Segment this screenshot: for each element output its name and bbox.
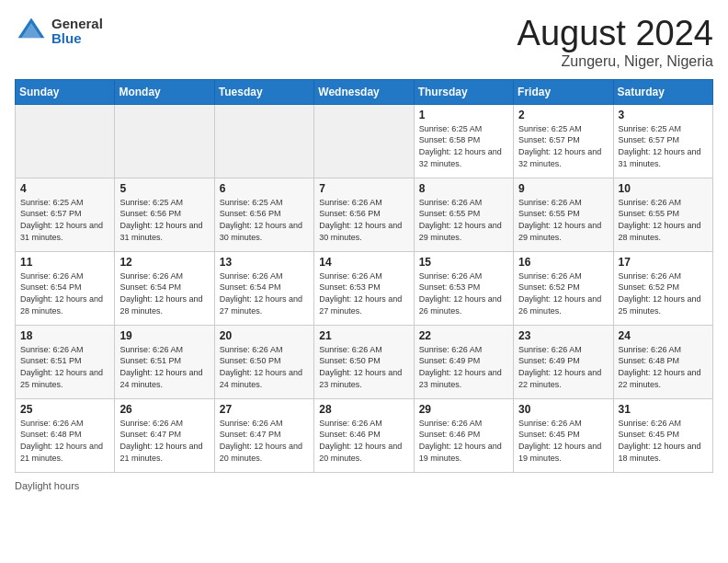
day-info: Sunrise: 6:26 AM Sunset: 6:46 PM Dayligh… (319, 418, 408, 464)
day-info: Sunrise: 6:26 AM Sunset: 6:45 PM Dayligh… (518, 418, 608, 464)
day-number: 9 (518, 182, 608, 195)
header-day-monday: Monday (115, 79, 214, 104)
day-number: 14 (319, 256, 408, 269)
day-info: Sunrise: 6:25 AM Sunset: 6:57 PM Dayligh… (20, 197, 109, 243)
day-info: Sunrise: 6:26 AM Sunset: 6:50 PM Dayligh… (319, 344, 408, 390)
day-info: Sunrise: 6:25 AM Sunset: 6:56 PM Dayligh… (119, 197, 209, 243)
calendar-body: 1Sunrise: 6:25 AM Sunset: 6:58 PM Daylig… (16, 104, 713, 472)
day-number: 23 (518, 329, 608, 342)
calendar-cell: 10Sunrise: 6:26 AM Sunset: 6:55 PM Dayli… (613, 178, 712, 251)
day-number: 21 (319, 329, 408, 342)
day-info: Sunrise: 6:26 AM Sunset: 6:54 PM Dayligh… (220, 270, 309, 316)
calendar-cell: 21Sunrise: 6:26 AM Sunset: 6:50 PM Dayli… (314, 325, 414, 398)
logo-general: General (51, 17, 103, 32)
calendar-cell: 14Sunrise: 6:26 AM Sunset: 6:53 PM Dayli… (314, 251, 414, 325)
header-day-tuesday: Tuesday (214, 79, 313, 104)
calendar-cell: 28Sunrise: 6:26 AM Sunset: 6:46 PM Dayli… (314, 398, 414, 472)
day-number: 10 (619, 182, 708, 195)
calendar-cell: 6Sunrise: 6:25 AM Sunset: 6:56 PM Daylig… (214, 178, 313, 251)
day-number: 27 (220, 403, 309, 416)
calendar-cell: 11Sunrise: 6:26 AM Sunset: 6:54 PM Dayli… (16, 251, 115, 325)
day-info: Sunrise: 6:26 AM Sunset: 6:49 PM Dayligh… (419, 344, 508, 390)
day-info: Sunrise: 6:26 AM Sunset: 6:55 PM Dayligh… (518, 197, 608, 243)
day-info: Sunrise: 6:25 AM Sunset: 6:56 PM Dayligh… (220, 197, 309, 243)
day-number: 25 (20, 403, 109, 416)
calendar-cell (115, 104, 214, 178)
day-info: Sunrise: 6:25 AM Sunset: 6:57 PM Dayligh… (518, 123, 608, 169)
day-info: Sunrise: 6:26 AM Sunset: 6:51 PM Dayligh… (20, 344, 109, 390)
calendar-cell: 25Sunrise: 6:26 AM Sunset: 6:48 PM Dayli… (16, 398, 115, 472)
calendar-cell: 2Sunrise: 6:25 AM Sunset: 6:57 PM Daylig… (514, 104, 613, 178)
day-info: Sunrise: 6:26 AM Sunset: 6:54 PM Dayligh… (20, 270, 109, 316)
day-info: Sunrise: 6:26 AM Sunset: 6:50 PM Dayligh… (220, 344, 309, 390)
day-number: 24 (619, 329, 708, 342)
calendar-cell: 31Sunrise: 6:26 AM Sunset: 6:45 PM Dayli… (613, 398, 712, 472)
day-number: 18 (20, 329, 109, 342)
day-info: Sunrise: 6:26 AM Sunset: 6:53 PM Dayligh… (419, 270, 508, 316)
day-info: Sunrise: 6:26 AM Sunset: 6:55 PM Dayligh… (619, 197, 708, 243)
day-info: Sunrise: 6:26 AM Sunset: 6:56 PM Dayligh… (319, 197, 408, 243)
header-day-friday: Friday (514, 79, 613, 104)
day-number: 31 (619, 403, 708, 416)
calendar-cell: 27Sunrise: 6:26 AM Sunset: 6:47 PM Dayli… (214, 398, 313, 472)
week-row-5: 25Sunrise: 6:26 AM Sunset: 6:48 PM Dayli… (16, 398, 713, 472)
day-number: 16 (518, 256, 608, 269)
header-day-sunday: Sunday (16, 79, 115, 104)
day-number: 28 (319, 403, 408, 416)
calendar-cell: 13Sunrise: 6:26 AM Sunset: 6:54 PM Dayli… (214, 251, 313, 325)
day-number: 15 (419, 256, 508, 269)
day-info: Sunrise: 6:26 AM Sunset: 6:51 PM Dayligh… (119, 344, 209, 390)
location-subtitle: Zungeru, Niger, Nigeria (518, 53, 713, 70)
logo: General Blue (15, 15, 103, 48)
day-info: Sunrise: 6:26 AM Sunset: 6:47 PM Dayligh… (119, 418, 209, 464)
calendar-cell: 1Sunrise: 6:25 AM Sunset: 6:58 PM Daylig… (414, 104, 513, 178)
calendar-cell: 23Sunrise: 6:26 AM Sunset: 6:49 PM Dayli… (514, 325, 613, 398)
day-number: 29 (419, 403, 508, 416)
day-info: Sunrise: 6:26 AM Sunset: 6:49 PM Dayligh… (518, 344, 608, 390)
day-number: 8 (419, 182, 508, 195)
day-info: Sunrise: 6:26 AM Sunset: 6:54 PM Dayligh… (119, 270, 209, 316)
day-number: 3 (619, 109, 708, 121)
day-info: Sunrise: 6:25 AM Sunset: 6:57 PM Dayligh… (619, 123, 708, 169)
day-info: Sunrise: 6:26 AM Sunset: 6:45 PM Dayligh… (619, 418, 708, 464)
day-number: 2 (518, 109, 608, 121)
day-number: 19 (119, 329, 209, 342)
week-row-1: 1Sunrise: 6:25 AM Sunset: 6:58 PM Daylig… (16, 104, 713, 178)
calendar-cell: 18Sunrise: 6:26 AM Sunset: 6:51 PM Dayli… (16, 325, 115, 398)
calendar-cell: 15Sunrise: 6:26 AM Sunset: 6:53 PM Dayli… (414, 251, 513, 325)
day-number: 5 (119, 182, 209, 195)
calendar-cell: 12Sunrise: 6:26 AM Sunset: 6:54 PM Dayli… (115, 251, 214, 325)
calendar-cell: 26Sunrise: 6:26 AM Sunset: 6:47 PM Dayli… (115, 398, 214, 472)
day-number: 13 (220, 256, 309, 269)
calendar-cell: 30Sunrise: 6:26 AM Sunset: 6:45 PM Dayli… (514, 398, 613, 472)
logo-text: General Blue (51, 17, 103, 47)
day-number: 17 (619, 256, 708, 269)
calendar-cell: 19Sunrise: 6:26 AM Sunset: 6:51 PM Dayli… (115, 325, 214, 398)
day-number: 22 (419, 329, 508, 342)
day-number: 6 (220, 182, 309, 195)
day-info: Sunrise: 6:26 AM Sunset: 6:48 PM Dayligh… (619, 344, 708, 390)
week-row-3: 11Sunrise: 6:26 AM Sunset: 6:54 PM Dayli… (16, 251, 713, 325)
day-number: 20 (220, 329, 309, 342)
calendar-header: SundayMondayTuesdayWednesdayThursdayFrid… (16, 79, 713, 104)
day-number: 1 (419, 109, 508, 121)
day-number: 7 (319, 182, 408, 195)
day-info: Sunrise: 6:26 AM Sunset: 6:55 PM Dayligh… (419, 197, 508, 243)
calendar-cell: 29Sunrise: 6:26 AM Sunset: 6:46 PM Dayli… (414, 398, 513, 472)
calendar-cell: 16Sunrise: 6:26 AM Sunset: 6:52 PM Dayli… (514, 251, 613, 325)
calendar-cell: 17Sunrise: 6:26 AM Sunset: 6:52 PM Dayli… (613, 251, 712, 325)
calendar-cell: 3Sunrise: 6:25 AM Sunset: 6:57 PM Daylig… (613, 104, 712, 178)
day-number: 30 (518, 403, 608, 416)
day-info: Sunrise: 6:25 AM Sunset: 6:58 PM Dayligh… (419, 123, 508, 169)
day-info: Sunrise: 6:26 AM Sunset: 6:52 PM Dayligh… (518, 270, 608, 316)
header-day-thursday: Thursday (414, 79, 513, 104)
calendar-cell: 8Sunrise: 6:26 AM Sunset: 6:55 PM Daylig… (414, 178, 513, 251)
calendar-cell: 9Sunrise: 6:26 AM Sunset: 6:55 PM Daylig… (514, 178, 613, 251)
day-info: Sunrise: 6:26 AM Sunset: 6:46 PM Dayligh… (419, 418, 508, 464)
calendar-cell: 4Sunrise: 6:25 AM Sunset: 6:57 PM Daylig… (16, 178, 115, 251)
day-info: Sunrise: 6:26 AM Sunset: 6:53 PM Dayligh… (319, 270, 408, 316)
calendar-cell (214, 104, 313, 178)
day-number: 11 (20, 256, 109, 269)
logo-blue: Blue (51, 31, 103, 47)
day-number: 26 (119, 403, 209, 416)
